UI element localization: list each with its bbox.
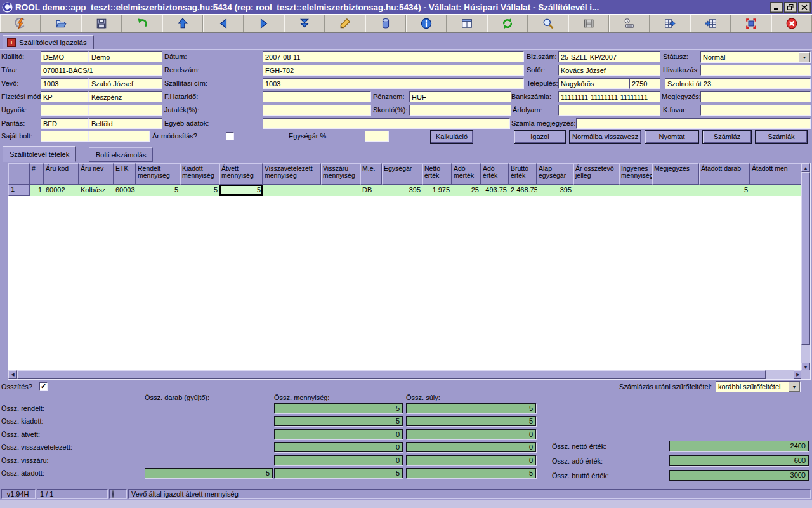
grid-header-19[interactable]: Átadott darab	[699, 163, 750, 185]
sajat-bolt-code-input[interactable]	[41, 131, 89, 142]
table-export-button[interactable]	[650, 15, 690, 32]
grid-cell-11[interactable]: 1 975	[422, 185, 452, 196]
arfolyam-input[interactable]	[558, 105, 660, 116]
grid-cell-8[interactable]	[321, 185, 360, 196]
next-button[interactable]	[244, 15, 284, 32]
device-clock-button[interactable]	[609, 15, 650, 32]
skonto-input[interactable]	[409, 105, 511, 116]
grid-header-10[interactable]: Egységár	[382, 163, 422, 185]
grid-cell-1[interactable]: 60002	[44, 185, 79, 196]
grid-cell-2[interactable]: Kolbász	[79, 185, 114, 196]
normalba-visszavesz-button[interactable]: Normálba visszavesz	[569, 130, 641, 144]
grid-header-9[interactable]: M.e.	[360, 163, 382, 185]
refresh-button[interactable]	[487, 15, 528, 32]
save-button[interactable]	[81, 15, 122, 32]
vertical-scroll-thumb[interactable]	[801, 172, 810, 345]
paritas-code-input[interactable]	[41, 118, 89, 129]
kiallito-name-input[interactable]	[89, 51, 162, 62]
restore-button[interactable]	[784, 2, 797, 13]
szamlak-button[interactable]: Számlák	[755, 130, 808, 144]
rendszam-input[interactable]	[263, 65, 524, 76]
tab-szallitolevel-igazolas[interactable]: T Szállítólevél igazolás	[3, 35, 94, 50]
vevo-code-input[interactable]	[41, 78, 89, 89]
kfuvar-input[interactable]	[700, 105, 811, 116]
table-rows-button[interactable]	[568, 15, 609, 32]
grid-header-3[interactable]: ETK	[114, 163, 136, 185]
grid-header-1[interactable]: Áru kód	[44, 163, 79, 185]
tab-szallitolevel-tetelek[interactable]: Szállítólevél tételek	[3, 146, 76, 162]
grid-cell-3[interactable]: 60003	[114, 185, 136, 196]
previous-button[interactable]	[203, 15, 244, 32]
horizontal-scrollbar[interactable]: ◀ ▶	[8, 370, 802, 379]
sajat-bolt-name-input[interactable]	[89, 131, 150, 142]
grid-header-11[interactable]: Nettó érték	[422, 163, 452, 185]
statusz-dropdown-button[interactable]: ▼	[799, 52, 810, 62]
grid-cell-13[interactable]: 493.75	[481, 185, 509, 196]
tab-bolti-elszamolas[interactable]: Bolti elszámolás	[89, 147, 153, 162]
undo-button[interactable]	[122, 15, 162, 32]
info-button[interactable]	[406, 15, 447, 32]
nyomtat-button[interactable]: Nyomtat	[645, 130, 699, 144]
paritas-name-input[interactable]	[89, 118, 162, 129]
telepules-name-input[interactable]	[558, 78, 629, 89]
grid-header-7[interactable]: Visszavételezett mennyiség	[263, 163, 321, 185]
vevo-name-input[interactable]	[89, 78, 162, 89]
grid-header-16[interactable]: Ár összetevő jelleg	[573, 163, 619, 185]
minimize-button[interactable]	[770, 2, 783, 13]
filter-dropdown-button[interactable]: ▼	[789, 382, 800, 392]
igazol-button[interactable]: Igazol	[514, 130, 566, 144]
penznem-input[interactable]	[409, 91, 511, 102]
grid-cell-15[interactable]: 395	[537, 185, 573, 196]
database-button[interactable]	[365, 15, 406, 32]
grid-cell-4[interactable]: 5	[136, 185, 180, 196]
grid-header-18[interactable]: Megjegyzés	[652, 163, 699, 185]
filter-dropdown[interactable]: korábbi szűrőfeltétel ▼	[716, 381, 801, 392]
egyeb-adatok-input[interactable]	[263, 118, 510, 129]
fizetesi-mod-name-input[interactable]	[89, 91, 162, 102]
grid-header-5[interactable]: Kiadott mennyiség	[180, 163, 219, 185]
megjegyzes-input[interactable]	[700, 91, 811, 102]
grid-header-6[interactable]: Átvett mennyiség	[219, 163, 263, 185]
grid-header-0[interactable]: #	[30, 163, 44, 185]
grid-cell-10[interactable]: 395	[382, 185, 422, 196]
grid-header-20[interactable]: Átadott men	[750, 163, 801, 185]
egysegar-pct-input[interactable]	[365, 131, 389, 142]
grid-cell-12[interactable]: 25	[452, 185, 481, 196]
szamlaz-button[interactable]: Számláz	[702, 130, 752, 144]
grid-header-17[interactable]: Ingyenes mennyiség	[619, 163, 652, 185]
jutalek-input[interactable]	[263, 105, 371, 116]
selection-button[interactable]	[731, 15, 771, 32]
kalkulacio-button[interactable]: Kalkuláció	[430, 130, 473, 144]
ugynok-code-input[interactable]	[41, 105, 89, 116]
horizontal-scroll-thumb[interactable]	[17, 370, 766, 379]
move-up-button[interactable]	[162, 15, 203, 32]
row-selector-cell[interactable]: 1	[8, 185, 30, 196]
vertical-scrollbar[interactable]: ▲ ▼	[801, 163, 810, 371]
grid-cell-6[interactable]: 5	[219, 185, 263, 196]
grid-header-4[interactable]: Rendelt mennyiség	[136, 163, 180, 185]
ugynok-name-input[interactable]	[89, 105, 162, 116]
grid-cell-14[interactable]: 2 468.75	[509, 185, 537, 196]
scroll-up-button[interactable]: ▲	[801, 163, 810, 172]
datum-input[interactable]	[263, 51, 524, 62]
close-form-button[interactable]	[771, 15, 812, 32]
bizszam-input[interactable]	[558, 51, 660, 62]
grid-cell-9[interactable]: DB	[360, 185, 382, 196]
window-columns-button[interactable]	[447, 15, 487, 32]
szamla-megjegyzes-input[interactable]	[576, 118, 811, 129]
telepules-zip-input[interactable]	[629, 78, 660, 89]
sofor-input[interactable]	[558, 65, 660, 76]
osszites-checkbox[interactable]: ✓	[39, 382, 48, 391]
exit-app-button[interactable]	[0, 15, 41, 32]
edit-button[interactable]	[325, 15, 365, 32]
fizetesi-mod-code-input[interactable]	[41, 91, 89, 102]
bankszamla-input[interactable]	[558, 91, 660, 102]
table-import-button[interactable]	[690, 15, 731, 32]
search-button[interactable]	[528, 15, 568, 32]
telepules-address-input[interactable]	[665, 78, 811, 89]
grid-header-8[interactable]: Visszáru mennyiség	[321, 163, 360, 185]
ar-modositas-checkbox[interactable]	[226, 132, 234, 140]
last-button[interactable]	[284, 15, 325, 32]
grid-header-15[interactable]: Alap egységár	[537, 163, 573, 185]
grid-cell-0[interactable]: 1	[30, 185, 44, 196]
